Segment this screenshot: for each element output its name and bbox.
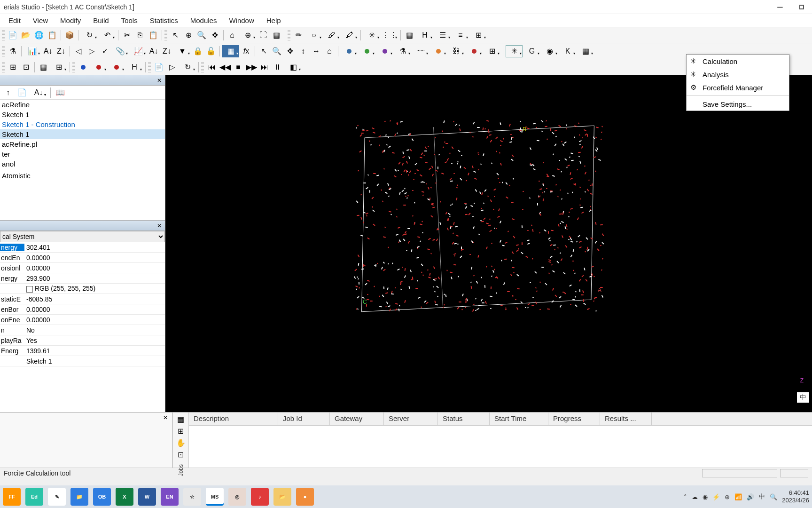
project-tree[interactable]: acRefine Sketch 1 Sketch 1 - Constructio…: [0, 100, 165, 220]
properties-filter-select[interactable]: cal System: [0, 231, 165, 242]
atom-blue-icon[interactable]: [77, 61, 89, 73]
taskbar-excel-icon[interactable]: X: [116, 488, 133, 506]
menu-item-ffmanager[interactable]: ⚙Forcefield Manager: [687, 81, 789, 94]
blue-tool-icon[interactable]: ▦▾: [222, 45, 239, 57]
next-icon[interactable]: ▶▶: [245, 61, 258, 73]
properties-grid[interactable]: nergy302.401 endEn0.00000 orsionl0.00000…: [0, 242, 165, 412]
maximize-button[interactable]: [795, 2, 808, 12]
3d-viewport[interactable]: B A C Z 中: [165, 75, 812, 412]
minimize-button[interactable]: ─: [773, 2, 787, 12]
taskbar-edge-dev-icon[interactable]: Ed: [25, 488, 43, 506]
dots-icon[interactable]: ⋮⋮▾: [381, 29, 398, 41]
col-starttime[interactable]: Start Time: [490, 413, 548, 425]
stop-icon[interactable]: ■: [232, 61, 244, 73]
menu-build[interactable]: Build: [87, 15, 114, 26]
taskbar-netease-icon[interactable]: ♪: [251, 488, 269, 506]
fx-icon[interactable]: fx: [240, 45, 252, 57]
doc-icon[interactable]: 📋: [46, 29, 58, 41]
tray-icon[interactable]: ⊕: [725, 493, 730, 500]
proj-new-icon[interactable]: 📄: [16, 87, 28, 99]
menu-tools[interactable]: Tools: [116, 15, 143, 26]
proj-sort-icon[interactable]: A↓▾: [30, 87, 47, 99]
tree-item[interactable]: acRefine: [0, 100, 165, 110]
unlock-icon[interactable]: 🔓: [205, 45, 217, 57]
module-a-icon[interactable]: ⚗: [7, 45, 19, 57]
new-icon[interactable]: 📄: [7, 29, 19, 41]
tree-item[interactable]: Sketch 1: [0, 110, 165, 119]
taskbar-files-icon[interactable]: 📁: [70, 488, 88, 506]
tree-item[interactable]: ter: [0, 149, 165, 159]
menu-help[interactable]: Help: [261, 15, 287, 26]
clock[interactable]: 6:40:41 2023/4/26: [782, 489, 809, 504]
mod-k-icon[interactable]: K▾: [559, 45, 576, 57]
t3-a-icon[interactable]: ⊞: [7, 61, 19, 73]
pan-icon[interactable]: ✥: [284, 45, 296, 57]
jobs-btn1-icon[interactable]: ▦: [175, 414, 187, 424]
taskbar-app1-icon[interactable]: ◎: [228, 488, 246, 506]
mod-last-icon[interactable]: ▦▾: [577, 45, 594, 57]
taskbar-word-icon[interactable]: W: [138, 488, 156, 506]
arrow-icon[interactable]: ↖: [169, 29, 181, 41]
col-server[interactable]: Server: [384, 413, 438, 425]
brush-icon[interactable]: 🖊▾: [323, 29, 340, 41]
zoom2-icon[interactable]: 🔍: [271, 45, 283, 57]
sort-az-icon[interactable]: A↓: [42, 45, 54, 57]
taskbar-firefox-icon[interactable]: FF: [3, 488, 21, 506]
rotate-icon[interactable]: ⊕: [182, 29, 195, 41]
prev-icon[interactable]: ◀◀: [219, 61, 231, 73]
jobs-btn3-icon[interactable]: ✋: [175, 438, 187, 448]
doc2-icon[interactable]: 📄: [153, 61, 165, 73]
check-icon[interactable]: ✓: [99, 45, 111, 57]
rec-icon[interactable]: ◧▾: [285, 61, 302, 73]
menu-modules[interactable]: Modules: [185, 15, 223, 26]
taskbar-en-icon[interactable]: EN: [161, 488, 179, 506]
copy-icon[interactable]: ⎘: [134, 29, 146, 41]
menu-view[interactable]: View: [27, 15, 54, 26]
menu-edit[interactable]: Edit: [3, 15, 26, 26]
first-icon[interactable]: ⏮: [206, 61, 218, 73]
open-icon[interactable]: 📂: [20, 29, 32, 41]
taskbar-folder-icon[interactable]: 📂: [273, 488, 291, 506]
menu-modify[interactable]: Modify: [55, 15, 86, 26]
jobs-btn2-icon[interactable]: ⊞: [175, 426, 187, 436]
taskbar-obs-icon[interactable]: OB: [93, 488, 111, 506]
mod-flask-icon[interactable]: ⚗▾: [394, 45, 411, 57]
menu-window[interactable]: Window: [223, 15, 259, 26]
home-icon[interactable]: ⌂: [226, 29, 238, 41]
mod-ring-icon[interactable]: ◉▾: [541, 45, 558, 57]
tree-item[interactable]: Atomistic: [0, 171, 165, 181]
horiz-icon[interactable]: ↔: [310, 45, 322, 57]
sort3-icon[interactable]: Z↓: [161, 45, 173, 57]
mod-blue-icon[interactable]: ▾: [341, 45, 358, 57]
list2-icon[interactable]: ≡▾: [452, 29, 469, 41]
mod-orange-icon[interactable]: ▾: [430, 45, 447, 57]
col-progress[interactable]: Progress: [548, 413, 600, 425]
tray-volume-icon[interactable]: 🔊: [747, 493, 754, 500]
mod-g-icon[interactable]: G▾: [523, 45, 540, 57]
pointer2-icon[interactable]: ↖: [258, 45, 270, 57]
home2-icon[interactable]: ⌂: [323, 45, 336, 57]
move-icon[interactable]: ✥: [209, 29, 221, 41]
tree-icon[interactable]: ⊞▾: [470, 29, 487, 41]
tray-icon[interactable]: ☁: [692, 493, 698, 500]
paste-icon[interactable]: 📋: [147, 29, 159, 41]
col-jobid[interactable]: Job Id: [278, 413, 330, 425]
mod-red-icon[interactable]: ▾: [466, 45, 483, 57]
tree-item[interactable]: anol: [0, 159, 165, 169]
cut-icon[interactable]: ✂: [121, 29, 133, 41]
tray-chevron-icon[interactable]: ˄: [684, 493, 687, 500]
pencil-icon[interactable]: ✏: [292, 29, 304, 41]
project-close-icon[interactable]: ✕: [156, 77, 163, 84]
mod-green-icon[interactable]: ▾: [359, 45, 375, 57]
ring-icon[interactable]: ○▾: [305, 29, 322, 41]
chart-icon[interactable]: 📊▾: [24, 45, 41, 57]
col-results[interactable]: Results ...: [600, 413, 652, 425]
taskbar-anime-icon[interactable]: ☆: [183, 488, 201, 506]
list1-icon[interactable]: ☰▾: [434, 29, 451, 41]
tree-item-active[interactable]: Sketch 1 - Construction: [0, 119, 165, 129]
last-icon[interactable]: ⏭: [258, 61, 271, 73]
jobs-close-icon[interactable]: ✕: [163, 414, 171, 422]
undo-icon[interactable]: ↶▾: [99, 29, 116, 41]
clip-icon[interactable]: 📎▾: [112, 45, 129, 57]
loop-icon[interactable]: ↻▾: [179, 61, 196, 73]
